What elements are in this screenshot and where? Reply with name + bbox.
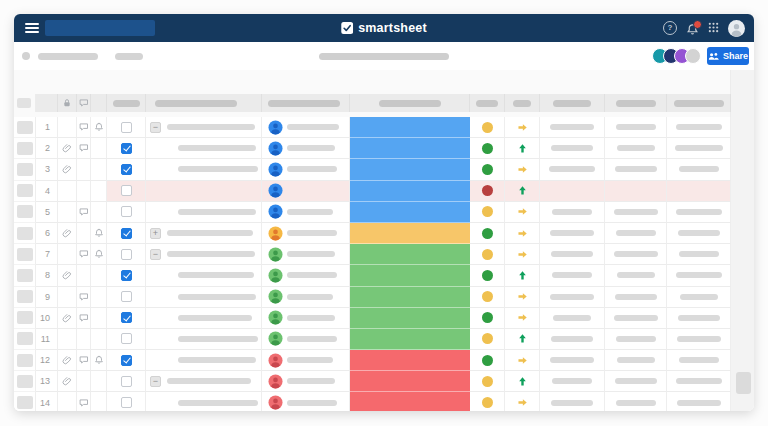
row-checkbox[interactable] bbox=[121, 333, 132, 344]
reminder-bell-icon[interactable] bbox=[94, 355, 104, 365]
row-checkbox[interactable] bbox=[121, 122, 132, 133]
timeline-bar-cell[interactable] bbox=[350, 117, 470, 138]
timeline-bar-cell[interactable] bbox=[350, 371, 470, 392]
row-drag-handle[interactable] bbox=[17, 205, 33, 218]
comment-icon[interactable] bbox=[79, 207, 89, 217]
data-cell[interactable] bbox=[667, 287, 731, 308]
row-number[interactable]: 4 bbox=[36, 181, 58, 202]
assignee-cell[interactable] bbox=[262, 117, 350, 138]
task-cell[interactable]: − bbox=[146, 371, 262, 392]
nav-search-placeholder[interactable] bbox=[45, 20, 155, 36]
trend-cell[interactable] bbox=[505, 223, 540, 244]
row-number[interactable]: 9 bbox=[36, 287, 58, 308]
row-number[interactable]: 1 bbox=[36, 117, 58, 138]
data-cell[interactable] bbox=[667, 223, 731, 244]
timeline-bar-cell[interactable] bbox=[350, 181, 470, 202]
timeline-bar-cell[interactable] bbox=[350, 265, 470, 286]
assignee-cell[interactable] bbox=[262, 392, 350, 411]
timeline-bar-cell[interactable] bbox=[350, 138, 470, 159]
row-drag-handle[interactable] bbox=[17, 163, 33, 176]
health-cell[interactable] bbox=[470, 244, 505, 265]
timeline-bar-cell[interactable] bbox=[350, 159, 470, 180]
task-cell[interactable]: − bbox=[146, 117, 262, 138]
health-cell[interactable] bbox=[470, 392, 505, 411]
comment-icon[interactable] bbox=[79, 398, 89, 408]
data-cell[interactable] bbox=[540, 223, 605, 244]
expand-icon[interactable]: + bbox=[150, 228, 161, 239]
task-cell[interactable]: − bbox=[146, 244, 262, 265]
column-header[interactable] bbox=[146, 94, 262, 112]
timeline-bar-cell[interactable] bbox=[350, 244, 470, 265]
checkbox-cell[interactable] bbox=[107, 117, 146, 138]
user-avatar[interactable] bbox=[728, 20, 745, 37]
comment-icon[interactable] bbox=[79, 355, 89, 365]
checkbox-cell[interactable] bbox=[107, 244, 146, 265]
comment-icon[interactable] bbox=[79, 122, 89, 132]
data-cell[interactable] bbox=[540, 265, 605, 286]
row-number[interactable]: 14 bbox=[36, 392, 58, 411]
row-checkbox[interactable] bbox=[121, 164, 132, 175]
row-number[interactable]: 10 bbox=[36, 308, 58, 329]
row-number[interactable]: 8 bbox=[36, 265, 58, 286]
toolbar-control-placeholder[interactable] bbox=[38, 53, 98, 60]
health-cell[interactable] bbox=[470, 202, 505, 223]
share-button[interactable]: Share bbox=[707, 47, 749, 65]
task-cell[interactable] bbox=[146, 308, 262, 329]
task-cell[interactable]: + bbox=[146, 223, 262, 244]
data-cell[interactable] bbox=[605, 117, 667, 138]
comment-icon[interactable] bbox=[79, 143, 89, 153]
data-cell[interactable] bbox=[605, 371, 667, 392]
comment-icon[interactable] bbox=[79, 249, 89, 259]
data-cell[interactable] bbox=[667, 371, 731, 392]
data-cell[interactable] bbox=[667, 202, 731, 223]
row-number[interactable]: 2 bbox=[36, 138, 58, 159]
task-cell[interactable] bbox=[146, 265, 262, 286]
attachment-icon[interactable] bbox=[62, 228, 72, 238]
checkbox-cell[interactable] bbox=[107, 181, 146, 202]
assignee-cell[interactable] bbox=[262, 371, 350, 392]
assignee-cell[interactable] bbox=[262, 244, 350, 265]
data-cell[interactable] bbox=[605, 308, 667, 329]
reminder-column-header[interactable] bbox=[91, 94, 107, 112]
row-drag-handle[interactable] bbox=[17, 396, 33, 409]
row-checkbox[interactable] bbox=[121, 376, 132, 387]
health-cell[interactable] bbox=[470, 117, 505, 138]
trend-cell[interactable] bbox=[505, 181, 540, 202]
assignee-cell[interactable] bbox=[262, 287, 350, 308]
row-number[interactable]: 13 bbox=[36, 371, 58, 392]
data-cell[interactable] bbox=[667, 392, 731, 411]
row-drag-handle[interactable] bbox=[17, 354, 33, 367]
row-number[interactable]: 7 bbox=[36, 244, 58, 265]
data-cell[interactable] bbox=[605, 244, 667, 265]
task-cell[interactable] bbox=[146, 287, 262, 308]
column-header[interactable] bbox=[667, 94, 731, 112]
trend-cell[interactable] bbox=[505, 244, 540, 265]
assignee-cell[interactable] bbox=[262, 202, 350, 223]
reminder-bell-icon[interactable] bbox=[94, 249, 104, 259]
checkbox-cell[interactable] bbox=[107, 287, 146, 308]
health-cell[interactable] bbox=[470, 329, 505, 350]
data-cell[interactable] bbox=[667, 138, 731, 159]
data-cell[interactable] bbox=[605, 329, 667, 350]
toolbar-control-placeholder[interactable] bbox=[115, 53, 143, 60]
health-cell[interactable] bbox=[470, 223, 505, 244]
data-cell[interactable] bbox=[667, 181, 731, 202]
row-checkbox[interactable] bbox=[121, 270, 132, 281]
column-header[interactable] bbox=[350, 94, 470, 112]
help-icon[interactable]: ? bbox=[663, 21, 677, 35]
attachment-icon[interactable] bbox=[62, 355, 72, 365]
data-cell[interactable] bbox=[540, 350, 605, 371]
row-checkbox[interactable] bbox=[121, 143, 132, 154]
trend-cell[interactable] bbox=[505, 392, 540, 411]
assignee-cell[interactable] bbox=[262, 308, 350, 329]
column-header[interactable] bbox=[505, 94, 540, 112]
row-checkbox[interactable] bbox=[121, 355, 132, 366]
checkbox-cell[interactable] bbox=[107, 202, 146, 223]
row-checkbox[interactable] bbox=[121, 397, 132, 408]
checkbox-cell[interactable] bbox=[107, 138, 146, 159]
timeline-bar-cell[interactable] bbox=[350, 308, 470, 329]
task-cell[interactable] bbox=[146, 350, 262, 371]
trend-cell[interactable] bbox=[505, 138, 540, 159]
column-header[interactable] bbox=[107, 94, 146, 112]
row-drag-handle[interactable] bbox=[17, 311, 33, 324]
